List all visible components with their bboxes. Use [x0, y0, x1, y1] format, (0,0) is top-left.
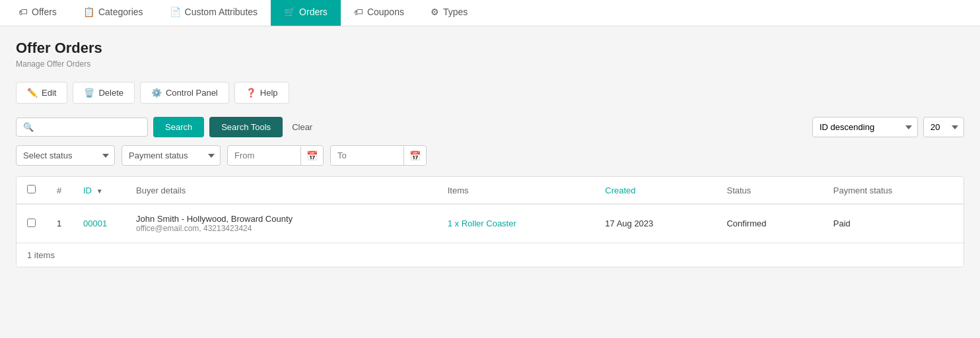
orders-table: # ID ▼ Buyer details Items Created [17, 177, 963, 243]
table-footer: 1 items [17, 243, 963, 267]
row-status: Confirmed [716, 204, 822, 243]
coupons-icon: 🏷 [354, 7, 363, 17]
search-button[interactable]: Search [153, 117, 204, 137]
table-header-row: # ID ▼ Buyer details Items Created [17, 177, 963, 204]
buyer-contact: office@email.com, 43213423424 [136, 224, 427, 233]
row-payment-status: Paid [823, 204, 963, 243]
col-header-payment-status: Payment status [823, 177, 963, 204]
col-header-checkbox [17, 177, 46, 204]
search-icon: 🔍 [23, 122, 34, 132]
row-checkbox[interactable] [27, 219, 36, 227]
tab-offers[interactable]: 🏷 Offers [5, 0, 70, 26]
payment-status-filter[interactable]: Payment status [122, 145, 221, 166]
row-items: 1 x Roller Coaster [437, 204, 595, 243]
to-calendar-button[interactable]: 📅 [403, 147, 426, 165]
from-calendar-button[interactable]: 📅 [300, 147, 323, 165]
table-row: 1 00001 John Smith - Hollywood, Broward … [17, 204, 963, 243]
help-button[interactable]: ❓ Help [234, 82, 289, 104]
offers-icon: 🏷 [18, 7, 28, 17]
select-all-checkbox[interactable] [27, 185, 36, 193]
page-size-select[interactable]: 20 50 100 [923, 117, 964, 137]
tab-custom-attributes[interactable]: 📄 Custom Attributes [157, 0, 271, 26]
search-input-wrap: 🔍 [16, 118, 148, 137]
col-header-created[interactable]: Created [594, 177, 716, 204]
search-tools-button[interactable]: Search Tools [209, 117, 283, 137]
col-header-buyer: Buyer details [125, 177, 437, 204]
to-date-wrap: 📅 [330, 145, 427, 166]
sort-area: ID descending ID ascending Created desce… [812, 117, 964, 137]
custom-attributes-icon: 📄 [170, 7, 181, 17]
col-header-items: Items [437, 177, 595, 204]
items-link[interactable]: 1 x Roller Coaster [448, 219, 516, 228]
delete-button[interactable]: 🗑️ Delete [73, 82, 135, 104]
top-navigation: 🏷 Offers 📋 Categories 📄 Custom Attribute… [0, 0, 980, 26]
row-num: 1 [46, 204, 73, 243]
buyer-name: John Smith - Hollywood, Broward County [136, 214, 427, 224]
from-date-input[interactable] [228, 146, 300, 165]
orders-icon: 🛒 [284, 7, 295, 17]
row-id: 00001 [73, 204, 125, 243]
edit-icon: ✏️ [27, 88, 38, 98]
clear-button[interactable]: Clear [288, 117, 316, 137]
row-created: 17 Aug 2023 [594, 204, 716, 243]
col-header-id[interactable]: ID ▼ [73, 177, 125, 204]
col-header-num: # [46, 177, 73, 204]
delete-icon: 🗑️ [84, 88, 94, 98]
search-input[interactable] [38, 122, 141, 132]
row-buyer: John Smith - Hollywood, Broward County o… [125, 204, 437, 243]
row-checkbox-cell [17, 204, 46, 243]
toolbar: ✏️ Edit 🗑️ Delete ⚙️ Control Panel ❓ Hel… [16, 82, 964, 104]
page-subtitle: Manage Offer Orders [16, 59, 964, 69]
col-header-status: Status [716, 177, 822, 204]
search-sort-row: 🔍 Search Search Tools Clear ID descendin… [16, 117, 964, 137]
help-icon: ❓ [246, 88, 256, 98]
control-panel-icon: ⚙️ [151, 88, 162, 98]
tab-coupons[interactable]: 🏷 Coupons [341, 0, 417, 26]
orders-table-container: # ID ▼ Buyer details Items Created [16, 176, 964, 267]
categories-icon: 📋 [83, 7, 94, 17]
filter-row: Select status Payment status 📅 📅 [16, 145, 964, 166]
tab-orders[interactable]: 🛒 Orders [271, 0, 341, 26]
to-date-input[interactable] [331, 146, 403, 165]
page-title: Offer Orders [16, 40, 964, 57]
page-content: Offer Orders Manage Offer Orders ✏️ Edit… [0, 26, 980, 331]
sort-select[interactable]: ID descending ID ascending Created desce… [812, 117, 918, 137]
status-filter[interactable]: Select status [16, 145, 115, 166]
id-sort-arrow: ▼ [96, 187, 103, 195]
order-id-link[interactable]: 00001 [83, 219, 107, 228]
types-icon: ⚙ [431, 7, 439, 17]
tab-types[interactable]: ⚙ Types [417, 0, 481, 26]
from-date-wrap: 📅 [227, 145, 324, 166]
edit-button[interactable]: ✏️ Edit [16, 82, 67, 104]
tab-categories[interactable]: 📋 Categories [70, 0, 157, 26]
control-panel-button[interactable]: ⚙️ Control Panel [140, 82, 229, 104]
